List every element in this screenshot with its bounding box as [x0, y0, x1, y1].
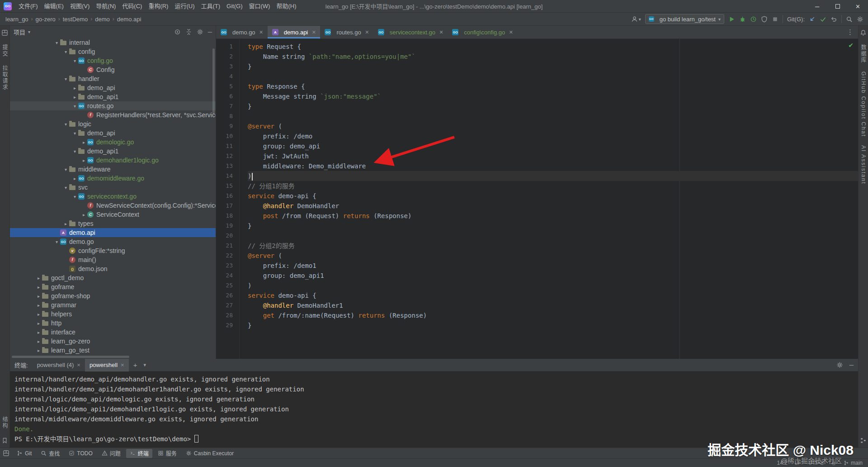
chevron-expanded-icon[interactable]: ▾ [62, 185, 69, 190]
tree-item[interactable]: ▸interface [10, 328, 216, 337]
chevron-collapsed-icon[interactable]: ▸ [35, 285, 42, 290]
chevron-collapsed-icon[interactable]: ▸ [71, 95, 78, 100]
terminal-output[interactable]: internal/handler/demo_api/demohandler.go… [10, 372, 858, 444]
code-line-1[interactable]: type Request { [248, 42, 858, 52]
tree-item[interactable]: ▸learn_go-zero [10, 337, 216, 346]
tool-window-button-服务[interactable]: 服务 [154, 449, 180, 458]
chevron-expanded-icon[interactable]: ▾ [71, 58, 78, 63]
tree-item[interactable]: ▾config [10, 47, 216, 56]
commit-button[interactable] [820, 16, 826, 23]
tree-item[interactable]: ▾demo_api1 [10, 147, 216, 156]
project-tool-icon[interactable] [1, 29, 8, 36]
chevron-collapsed-icon[interactable]: ▸ [71, 176, 78, 181]
tree-item[interactable]: ▸GOdemohandler1logic.go [10, 156, 216, 165]
profile-run-button[interactable] [750, 16, 757, 23]
menu-item-1[interactable]: 编辑(E) [41, 3, 67, 10]
tool-window-button-TODO[interactable]: TODO [65, 449, 96, 458]
breadcrumb-item[interactable]: learn_go [5, 16, 29, 23]
menu-item-0[interactable]: 文件(F) [15, 3, 41, 10]
code-line-3[interactable]: } [248, 62, 858, 71]
code-line-24[interactable]: group: demo_api1 [248, 271, 858, 281]
code-line-29[interactable]: } [248, 320, 858, 330]
tree-item[interactable]: ▸GOdemologic.go [10, 138, 216, 147]
chevron-expanded-icon[interactable]: ▾ [71, 194, 78, 199]
editor-tab[interactable]: GOdemo.go× [216, 26, 268, 38]
hide-terminal-button[interactable]: ─ [849, 362, 854, 368]
terminal-tab[interactable]: powershell× [85, 359, 129, 372]
run-button[interactable] [728, 16, 735, 23]
code-line-6[interactable]: Message string `json:"message"` [248, 91, 858, 101]
menu-item-4[interactable]: 代码(C) [119, 3, 145, 10]
code-line-20[interactable] [248, 231, 858, 241]
tree-item[interactable]: ▾handler [10, 74, 216, 83]
tree-item[interactable]: {}demo.json [10, 264, 216, 273]
tool-window-button-问题[interactable]: 问题 [98, 449, 124, 458]
debug-button[interactable] [739, 16, 746, 23]
tree-item[interactable]: ▸demo_api [10, 83, 216, 92]
code-line-11[interactable]: group: demo_api [248, 141, 858, 151]
code-line-22[interactable]: @server ( [248, 251, 858, 261]
menu-item-3[interactable]: 导航(N) [93, 3, 119, 10]
project-horizontal-scrollbar[interactable] [12, 356, 129, 358]
breadcrumb-item[interactable]: testDemo [62, 16, 89, 23]
tree-item[interactable]: ▸CServiceContext [10, 210, 216, 219]
chevron-collapsed-icon[interactable]: ▸ [71, 86, 78, 91]
tool-window-button-查找[interactable]: 查找 [37, 449, 63, 458]
tool-window-button-终端[interactable]: 终端 [126, 449, 152, 458]
tool-button-ai-assistant[interactable]: AI Assistant [860, 145, 867, 185]
inspection-ok-icon[interactable]: ✔ [848, 42, 854, 49]
menu-item-8[interactable]: Git(G) [223, 3, 245, 10]
close-terminal-tab-icon[interactable]: × [77, 362, 80, 368]
tree-item[interactable]: ▾middleware [10, 165, 216, 174]
tree-item[interactable]: ▾GOservicecontext.go [10, 192, 216, 201]
tool-button-database[interactable]: 数据库 [859, 44, 867, 63]
tree-item[interactable]: ▾logic [10, 119, 216, 129]
breadcrumb-item[interactable]: demo [94, 16, 111, 23]
menu-item-9[interactable]: 窗口(W) [245, 3, 273, 10]
editor-tab[interactable]: GOroutes.go× [320, 26, 373, 38]
close-tab-icon[interactable]: × [509, 29, 513, 36]
code-line-7[interactable]: } [248, 101, 858, 111]
collapse-all-button[interactable] [185, 29, 192, 35]
terminal-settings-button[interactable] [836, 362, 843, 368]
code-line-10[interactable]: prefix: /demo [248, 131, 858, 141]
layers-icon[interactable] [860, 437, 867, 444]
code-line-9[interactable]: @server ( [248, 121, 858, 131]
code-line-8[interactable] [248, 111, 858, 121]
tree-item[interactable]: fRegisterHandlers(*rest.Server, *svc.Ser… [10, 110, 216, 119]
profile-button[interactable]: ▾ [631, 16, 641, 23]
close-tab-icon[interactable]: × [365, 29, 369, 36]
close-tab-icon[interactable]: × [259, 29, 263, 36]
code-line-14[interactable]: ) [248, 171, 858, 181]
chevron-collapsed-icon[interactable]: ▸ [35, 312, 42, 317]
code-line-4[interactable] [248, 71, 858, 81]
close-tab-icon[interactable]: × [312, 29, 316, 36]
tree-item[interactable]: fmain() [10, 255, 216, 264]
rollback-button[interactable] [830, 16, 837, 23]
editor-body[interactable]: 1234567891011121314151617181920212223242… [216, 39, 858, 359]
chevron-expanded-icon[interactable]: ▾ [71, 104, 78, 109]
chevron-collapsed-icon[interactable]: ▸ [35, 330, 42, 335]
tool-window-switcher-icon[interactable] [3, 450, 9, 457]
settings-button[interactable] [857, 16, 863, 23]
editor-tab[interactable]: Ademo.api× [268, 26, 321, 38]
code-line-21[interactable]: // 分组2的服务 [248, 241, 858, 251]
tree-item[interactable]: ▸GOdemomiddleware.go [10, 174, 216, 183]
chevron-collapsed-icon[interactable]: ▸ [80, 212, 87, 217]
search-everywhere-button[interactable] [846, 16, 853, 23]
maximize-button[interactable] [827, 0, 848, 13]
chevron-collapsed-icon[interactable]: ▸ [35, 276, 42, 281]
tree-item[interactable]: CConfig [10, 65, 216, 74]
new-terminal-button[interactable]: + [130, 361, 141, 369]
menu-item-2[interactable]: 视图(V) [67, 3, 93, 10]
close-tab-icon[interactable]: × [439, 29, 443, 36]
hide-panel-button[interactable]: ─ [208, 29, 212, 35]
project-panel-title[interactable]: 项目 [14, 28, 25, 36]
chevron-expanded-icon[interactable]: ▾ [71, 131, 78, 136]
code-line-17[interactable]: @handler DemoHandler [248, 201, 858, 211]
editor-tab[interactable]: GOconfig\config.go× [448, 26, 517, 38]
tree-item[interactable]: Ademo.api [10, 228, 216, 237]
chevron-collapsed-icon[interactable]: ▸ [62, 221, 69, 226]
code-area[interactable]: type Request { Name string `path:"name,o… [216, 39, 858, 359]
chevron-expanded-icon[interactable]: ▾ [62, 122, 69, 127]
